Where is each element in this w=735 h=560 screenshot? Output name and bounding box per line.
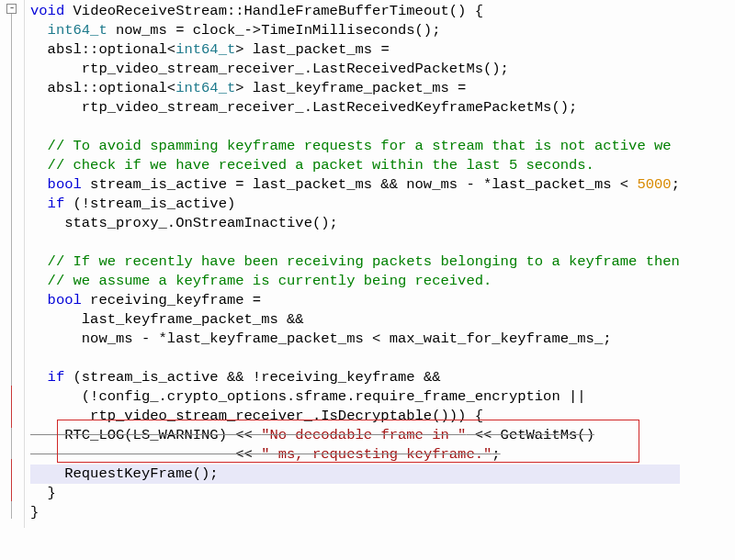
tok: ; [672, 176, 680, 193]
tok-type: int64_t [175, 80, 235, 96]
tok: absl::optional< [30, 41, 175, 58]
tok-strike: << GetWaitMs() [466, 427, 594, 443]
fold-box-icon[interactable] [6, 4, 17, 14]
tok: VideoReceiveStream::HandleFrameBufferTim… [74, 3, 483, 19]
tok: } [30, 485, 56, 501]
tok-kw: bool [30, 176, 82, 193]
tok: (!config_.crypto_options.sframe.require_… [30, 388, 586, 405]
tok: rtp_video_stream_receiver_.IsDecryptable… [30, 408, 483, 424]
tok: now_ms - *last_keyframe_packet_ms < max_… [30, 330, 612, 347]
tok: rtp_video_stream_receiver_.LastReceivedP… [30, 61, 509, 77]
tok-comment: // we assume a keyframe is currently bei… [30, 273, 492, 289]
tok-type: int64_t [30, 22, 107, 39]
tok: stats_proxy_.OnStreamInactive(); [30, 215, 338, 231]
tok: } [30, 504, 39, 521]
tok: rtp_video_stream_receiver_.LastReceivedK… [30, 99, 577, 116]
tok: last_keyframe_packet_ms && [30, 311, 304, 328]
tok-kw: if [30, 196, 64, 212]
code-area[interactable]: void VideoReceiveStream::HandleFrameBuff… [25, 0, 680, 528]
tok-comment: // check if we have received a packet wi… [30, 157, 594, 174]
tok: receiving_keyframe = [82, 292, 261, 308]
tok-strike: RTC_LOG(LS_WARNING) << [30, 427, 261, 443]
tok-kw: void [30, 3, 64, 19]
tok-str: "No decodable frame in " [261, 427, 466, 443]
tok-kw: bool [30, 292, 82, 308]
tok-num: 5000 [637, 176, 671, 193]
tok: > last_keyframe_packet_ms = [235, 80, 466, 96]
tok-type: int64_t [175, 41, 235, 58]
tok: > last_packet_ms = [235, 41, 389, 58]
current-line: RequestKeyFrame(); [30, 465, 680, 484]
tok: (!stream_is_active) [64, 196, 235, 212]
tok: stream_is_active = last_packet_ms && now… [82, 176, 638, 193]
tok-comment: // If we recently have been receiving pa… [30, 253, 680, 270]
tok-comment: // To avoid spamming keyframe requests f… [30, 138, 672, 154]
tok: now_ms = clock_->TimeInMilliseconds(); [107, 22, 441, 39]
tok: absl::optional< [30, 80, 175, 96]
fold-gutter [0, 0, 25, 528]
tok-str: " ms, requesting keyframe." [261, 446, 492, 463]
tok-strike: << [30, 446, 261, 463]
tok-kw: if [30, 369, 64, 386]
tok-strike: ; [492, 446, 500, 463]
tok: (stream_is_active && !receiving_keyframe… [64, 369, 440, 386]
code-editor[interactable]: void VideoReceiveStream::HandleFrameBuff… [0, 0, 735, 528]
